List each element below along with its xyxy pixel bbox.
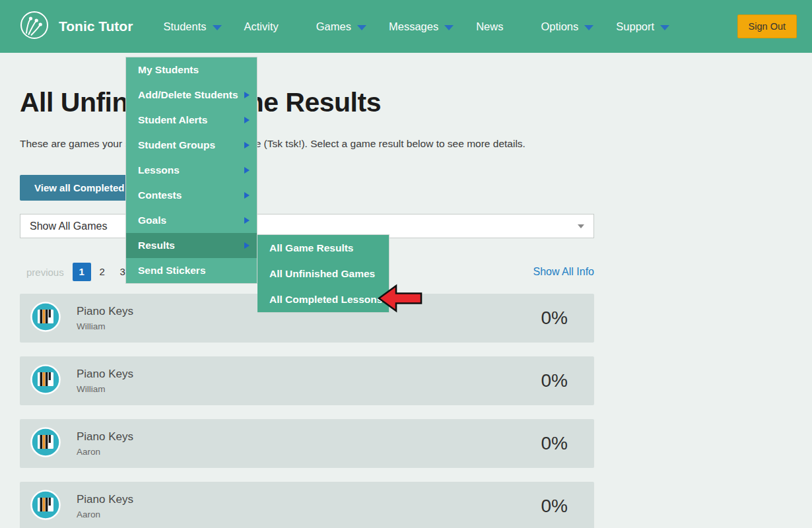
results-submenu-item-label: All Unfinished Games [269,268,375,280]
nav-item-label: Activity [244,20,279,33]
student-name: Aaron [77,447,133,457]
nav-item[interactable]: Games [316,20,366,33]
game-result-text: Piano Keys William [77,305,133,331]
game-score: 0% [541,433,568,454]
student-name: William [77,321,133,331]
brand-title: Tonic Tutor [59,18,133,34]
page-title: All Unfinished Game Results [20,87,594,118]
game-title: Piano Keys [77,430,133,444]
nav-item[interactable]: Support [616,20,669,33]
chevron-down-icon [444,25,454,30]
students-menu-item-label: Add/Delete Students [138,89,238,101]
game-score: 0% [541,496,568,517]
chevron-down-icon [357,25,366,30]
students-menu-item-label: Contests [138,189,182,201]
game-score: 0% [541,308,568,329]
game-result-text: Piano Keys Aaron [77,430,133,457]
students-menu-item-label: Goals [138,214,166,226]
brand[interactable]: Tonic Tutor [20,11,133,42]
nav-item-label: Options [541,20,578,33]
students-menu-item[interactable]: Student Groups [126,133,257,158]
game-result-text: Piano Keys William [77,368,133,394]
students-menu-item[interactable]: Contests [126,183,257,208]
chevron-right-icon [244,142,250,148]
students-menu-item-label: Student Alerts [138,114,207,126]
students-menu-item-label: Lessons [138,164,180,176]
game-title: Piano Keys [77,305,133,318]
game-title: Piano Keys [77,368,133,381]
show-all-info-link[interactable]: Show All Info [533,266,595,278]
student-name: Aaron [77,510,133,519]
game-result-text: Piano Keys Aaron [77,493,133,519]
pagination-previous[interactable]: previous [26,267,64,278]
chevron-right-icon [244,167,250,174]
students-menu-item-label: Student Groups [138,139,215,151]
chevron-right-icon [244,242,250,249]
results-submenu-item[interactable]: All Game Results [257,235,389,261]
nav-item-label: News [476,20,503,33]
select-caret-icon [578,224,584,228]
nav-item[interactable]: News [476,20,518,33]
top-navbar: Tonic Tutor Students Activity Games Mess… [0,0,812,53]
chevron-right-icon [244,192,250,199]
pagination-pages: 1 2 3 [73,263,134,281]
nav-item[interactable]: Options [541,20,593,33]
students-menu-item[interactable]: Add/Delete Students [126,82,257,108]
nav-item-label: Students [163,20,206,33]
annotation-arrow-icon [376,284,424,315]
students-dropdown-menu: My Students Add/Delete Students Student … [125,57,257,284]
results-submenu-item-label: All Completed Lessons [269,294,382,306]
game-title: Piano Keys [77,493,133,506]
results-submenu-item[interactable]: All Unfinished Games [257,261,389,286]
students-menu-item[interactable]: Results [126,233,257,258]
nav-item-label: Messages [389,20,438,33]
students-menu-item[interactable]: My Students [126,57,257,82]
students-menu-item-label: Send Stickers [138,265,206,277]
chevron-right-icon [244,217,250,224]
piano-keys-game-icon [30,427,61,460]
nav-item[interactable]: Activity [244,20,294,33]
nav-item[interactable]: Messages [389,20,454,33]
game-filter-value: Show All Games [30,220,107,232]
piano-keys-game-icon [30,490,61,523]
students-menu-item-label: Results [138,240,175,251]
nav-item[interactable]: Students [163,20,221,33]
students-menu-item[interactable]: Goals [126,208,257,233]
chevron-down-icon [213,25,222,30]
piano-keys-game-icon [30,364,61,397]
student-name: William [77,384,133,394]
chevron-right-icon [244,92,250,98]
students-menu-item-label: My Students [138,64,199,76]
pagination-page[interactable]: 2 [93,263,112,281]
students-menu-item[interactable]: Lessons [126,158,257,183]
chevron-down-icon [584,25,593,30]
chevron-right-icon [244,117,250,123]
results-list: Piano Keys William 0% [20,294,594,528]
chevron-down-icon [660,25,669,30]
game-result-row[interactable]: Piano Keys William 0% [20,356,594,405]
results-submenu-item-label: All Game Results [269,242,354,254]
results-submenu-item[interactable]: All Completed Lessons [257,286,389,312]
piano-keys-game-icon [30,302,61,335]
game-result-row[interactable]: Piano Keys Aaron 0% [20,482,594,528]
students-menu-item[interactable]: Student Alerts [126,108,257,133]
nav-item-label: Support [616,20,654,33]
students-menu-item[interactable]: Send Stickers [126,258,257,283]
results-submenu: All Game Results All Unfinished Games Al… [257,234,389,313]
page-description: These are games your students have yet t… [20,138,594,150]
nav-item-label: Games [316,20,351,33]
sign-out-button[interactable]: Sign Out [737,15,797,38]
tonic-tutor-logo-icon [20,11,49,42]
pagination-page[interactable]: 1 [73,263,91,281]
game-score: 0% [541,370,568,391]
main-nav: Students Activity Games Messages News [141,20,669,33]
game-result-row[interactable]: Piano Keys Aaron 0% [20,419,594,468]
